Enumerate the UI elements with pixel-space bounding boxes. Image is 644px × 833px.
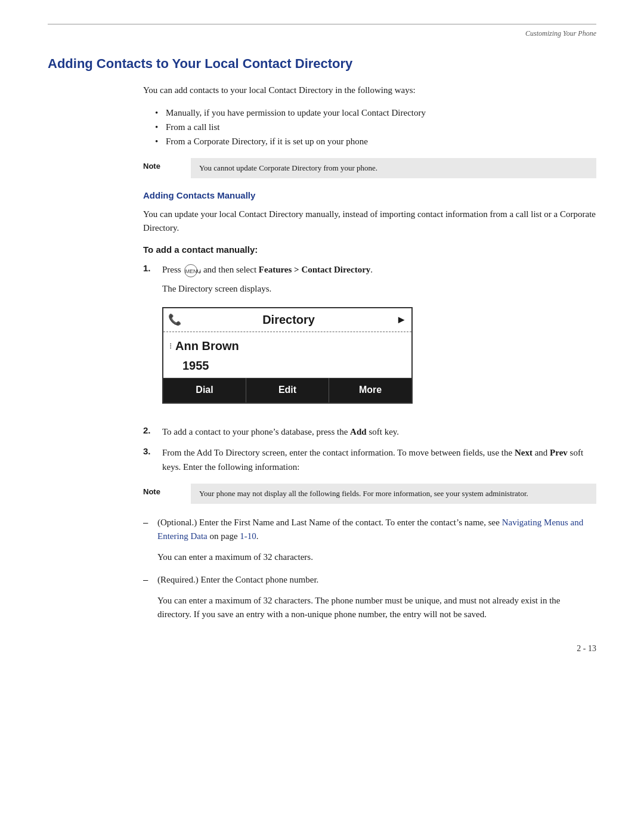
phone-icon: 📞 [168,312,181,329]
step-1-bold: Features > Contact Directory [259,265,371,274]
note-row-2: Note Your phone may not display all the … [143,484,596,504]
step-content-1: Press MENU, and then select Features > C… [162,263,413,418]
page-footer: 2 - 13 [577,644,596,654]
subsection-title: Adding Contacts Manually [143,190,596,200]
screen-buttons: Dial Edit More [163,378,411,402]
note-box-2: Your phone may not display all the follo… [191,484,596,504]
step-1-text-after: , and then select [199,265,258,274]
note-box-1: You cannot update Corporate Directory fr… [191,158,596,178]
note-row-1: Note You cannot update Corporate Directo… [143,158,596,178]
screen-title: Directory [181,311,396,329]
screen-btn-more[interactable]: More [329,378,411,402]
screen-header: 📞 Directory ► [163,308,411,332]
screen-arrow: ► [396,312,407,329]
procedure-heading: To add a contact manually: [143,244,596,255]
step-1: 1. Press MENU, and then select Features … [143,263,596,418]
list-item: From a Corporate Directory, if it is set… [155,134,596,148]
page-container: Customizing Your Phone Adding Contacts t… [0,0,644,677]
dash-content-1: (Optional.) Enter the First Name and Las… [157,516,596,544]
dash-content-2: (Required.) Enter the Contact phone numb… [157,573,318,587]
dash-item-2: – (Required.) Enter the Contact phone nu… [143,573,596,587]
contact-name-row: ⁝ Ann Brown [169,337,405,355]
phone-screen-wrapper: 📞 Directory ► ⁝ Ann Brown 1955 [162,307,413,404]
contact-name: Ann Brown [175,337,239,355]
dash-2: – [143,574,153,584]
breadcrumb: Customizing Your Phone [525,29,596,38]
note-label-1: Note [143,158,179,171]
sub-text-1: You can enter a maximum of 32 characters… [157,550,596,564]
step-2: 2. To add a contact to your phone’s data… [143,425,596,439]
dash-1: – [143,517,153,527]
header-rule [48,24,596,24]
screen-btn-dial[interactable]: Dial [163,378,246,402]
phone-screen: 📞 Directory ► ⁝ Ann Brown 1955 [162,307,413,404]
step-list: 1. Press MENU, and then select Features … [143,263,596,474]
step-number-3: 3. [143,446,156,456]
grid-icon: ⁝ [169,340,172,353]
step-3: 3. From the Add To Directory screen, ent… [143,446,596,474]
step-content-3: From the Add To Directory screen, enter … [162,446,596,474]
page-header: Customizing Your Phone [48,29,596,38]
subsection-body: You can update your local Contact Direct… [143,208,596,236]
dash-item-1: – (Optional.) Enter the First Name and L… [143,516,596,544]
section-title: Adding Contacts to Your Local Contact Di… [48,56,596,72]
content-area: You can add contacts to your local Conta… [143,83,596,621]
list-item: Manually, if you have permission to upda… [155,106,596,120]
sub-text-2: You can enter a maximum of 32 characters… [157,594,596,622]
note-label-2: Note [143,484,179,496]
step-1-sub: The Directory screen displays. [162,282,413,296]
step-1-text-before: Press [162,265,183,274]
step-content-2: To add a contact to your phone’s databas… [162,425,399,439]
contact-number: 1955 [169,357,405,375]
step-number-1: 1. [143,263,156,273]
menu-icon: MENU [184,264,197,277]
bullet-list: Manually, if you have permission to upda… [155,106,596,148]
intro-text: You can add contacts to your local Conta… [143,83,596,97]
step-number-2: 2. [143,425,156,435]
screen-contact: ⁝ Ann Brown 1955 [163,332,411,378]
screen-btn-edit[interactable]: Edit [246,378,329,402]
page-link[interactable]: 1-10 [240,531,256,541]
list-item: From a call list [155,120,596,134]
